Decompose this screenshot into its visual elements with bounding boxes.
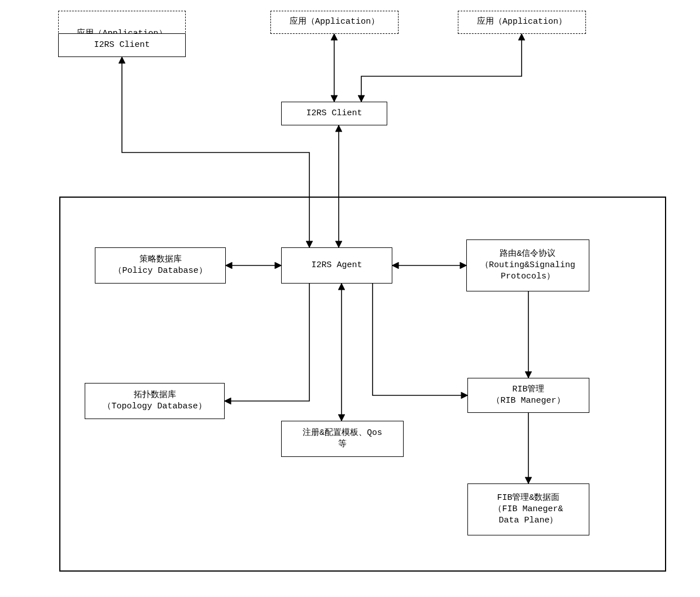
- templates-line1: 注册&配置模板、Qos: [303, 428, 382, 439]
- topology-db-box: 拓扑数据库 （Topology Database）: [85, 383, 225, 419]
- templates-box: 注册&配置模板、Qos 等: [281, 421, 404, 457]
- policy-db-line2: （Policy Database）: [113, 265, 207, 277]
- app2-text: 应用（Application）: [290, 16, 379, 28]
- routing-line3: Protocols）: [501, 271, 555, 282]
- fib-box: FIB管理&数据面 （FIB Maneger& Data Plane）: [467, 483, 589, 535]
- policy-db-box: 策略数据库 （Policy Database）: [95, 247, 226, 284]
- rib-box: RIB管理 （RIB Maneger）: [467, 378, 589, 413]
- i2rs-agent-box: I2RS Agent: [281, 247, 392, 284]
- routing-line1: 路由&信令协议: [500, 249, 555, 260]
- fib-line3: Data Plane）: [498, 515, 558, 526]
- topology-line2: （Topology Database）: [103, 401, 206, 412]
- topology-line1: 拓扑数据库: [134, 390, 176, 401]
- app1-client-box: I2RS Client: [58, 33, 186, 57]
- rib-line1: RIB管理: [512, 384, 544, 395]
- app3-box: 应用（Application）: [458, 11, 586, 34]
- templates-line2: 等: [338, 439, 347, 450]
- fib-line2: （FIB Maneger&: [493, 504, 563, 515]
- policy-db-line1: 策略数据库: [139, 254, 182, 265]
- app3-text: 应用（Application）: [477, 16, 567, 28]
- i2rs-client-text: I2RS Client: [306, 108, 362, 119]
- fib-line1: FIB管理&数据面: [497, 493, 559, 504]
- edge-app3-client: [361, 34, 522, 102]
- app1-client-text: I2RS Client: [94, 40, 150, 51]
- i2rs-client-box: I2RS Client: [281, 102, 387, 125]
- routing-line2: （Routing&Signaling: [480, 260, 575, 271]
- i2rs-agent-text: I2RS Agent: [311, 260, 362, 271]
- app2-box: 应用（Application）: [270, 11, 399, 34]
- diagram-canvas: 应用（Application） I2RS Client 应用（Applicati…: [0, 0, 700, 597]
- rib-line2: （RIB Maneger）: [492, 395, 565, 407]
- routing-box: 路由&信令协议 （Routing&Signaling Protocols）: [466, 239, 589, 291]
